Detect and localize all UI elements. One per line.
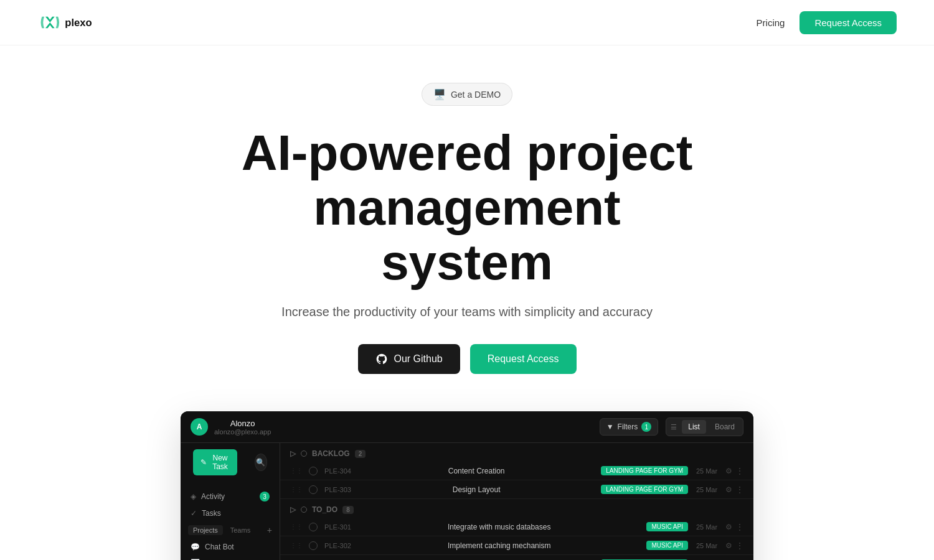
backlog-expand-icon: ▷ [290,449,296,458]
task-name-303: Design Layout [358,485,595,494]
task-name-302: Implement caching mechanism [358,541,640,550]
ss-header-left: A Alonzo alonzo@plexo.app [191,418,271,436]
hero-request-access-button[interactable]: Request Access [470,344,577,374]
backlog-count: 2 [355,450,366,458]
task-actions-303: ⚙ ⋮ [725,485,743,494]
task-settings-301[interactable]: ⚙ [725,523,732,531]
demo-badge-button[interactable]: 🖥️ Get a DEMO [422,83,512,106]
task-row-ple302: ⋮⋮ PLE-302 Implement caching mechanism M… [280,536,753,555]
demo-badge-icon: 🖥️ [433,88,446,100]
github-button[interactable]: Our Github [358,344,460,374]
task-row-ple303: ⋮⋮ PLE-303 Design Layout LANDING PAGE FO… [280,480,753,499]
new-task-label: New Task [210,454,230,471]
hero-buttons: Our Github Request Access [358,344,577,374]
todo-count: 8 [342,506,354,514]
drag-handle-304: ⋮⋮ [290,467,303,474]
ss-view-toggle: ☰ List Board [666,418,743,436]
task-more-301[interactable]: ⋮ [736,523,743,531]
backlog-section-circle [301,450,307,457]
task-more-304[interactable]: ⋮ [736,467,743,475]
task-settings-303[interactable]: ⚙ [725,485,732,494]
ss-projects-header: Projects Teams + [181,521,280,539]
hero-title: AI-powered project management system [187,126,747,290]
sidebar-project-chatbot[interactable]: 💬 Chat Bot [183,539,277,555]
task-status-302 [309,541,318,550]
task-actions-304: ⚙ ⋮ [725,467,743,475]
ss-user-info: Alonzo alonzo@plexo.app [214,419,271,436]
hero-subtitle: Increase the productivity of your teams … [281,305,653,319]
task-more-302[interactable]: ⋮ [736,541,743,550]
task-date-302: 25 Mar [694,542,719,549]
nav-right: Pricing Request Access [757,11,897,34]
ss-filter-button[interactable]: ▼ Filters 1 [600,418,659,436]
list-icon: ☰ [668,423,679,431]
todo-title: TO_DO [312,505,337,514]
task-settings-304[interactable]: ⚙ [725,467,732,475]
github-icon [375,353,388,365]
ss-new-task-button[interactable]: ✎ New Task [193,449,237,475]
task-date-303: 25 Mar [694,486,719,493]
ss-view-board[interactable]: Board [709,420,741,434]
task-id-301: PLE-301 [324,523,352,531]
hero-section: 🖥️ Get a DEMO AI-powered project managem… [0,45,934,560]
ss-body: ✎ New Task 🔍 ◈ Activity 3 ✓ Tasks [181,443,753,560]
ss-header: A Alonzo alonzo@plexo.app ▼ Filters 1 ☰ … [181,411,753,443]
tasks-icon: ✓ [191,509,197,518]
ss-avatar-letter: A [197,422,202,431]
ss-search-button[interactable]: 🔍 [255,454,267,471]
app-screenshot: A Alonzo alonzo@plexo.app ▼ Filters 1 ☰ … [181,411,753,560]
task-id-304: PLE-304 [324,467,352,475]
task-settings-302[interactable]: ⚙ [725,541,732,550]
ss-main-content: ▷ BACKLOG 2 ⋮⋮ PLE-304 Content Creation … [280,443,753,560]
sidebar-project-musicapi[interactable]: 📊 Music API [183,555,277,560]
task-actions-302: ⚙ ⋮ [725,541,743,550]
filter-count: 1 [641,422,651,432]
tab-teams[interactable]: Teams [225,525,255,535]
task-status-301 [309,523,318,531]
ss-projects-tabs: Projects Teams [188,525,255,535]
nav-request-access-button[interactable]: Request Access [800,11,897,34]
task-row-ple301: ⋮⋮ PLE-301 Integrate with music database… [280,518,753,536]
activity-icon: ◈ [191,492,196,501]
drag-handle-303: ⋮⋮ [290,486,303,493]
demo-badge-label: Get a DEMO [451,90,501,100]
logo-svg: plexo [37,10,112,35]
sidebar-chatbot-label: Chat Bot [205,543,234,551]
search-icon: 🔍 [256,458,265,467]
ss-top-actions: ✎ New Task 🔍 [181,449,280,488]
ss-view-list[interactable]: List [682,420,706,434]
todo-section-header: ▷ TO_DO 8 [280,499,753,518]
svg-text:plexo: plexo [65,17,92,29]
task-actions-301: ⚙ ⋮ [725,523,743,531]
task-name-301: Integrate with music databases [358,523,640,531]
sidebar-tasks-label: Tasks [202,509,221,518]
navbar: plexo Pricing Request Access [0,0,934,45]
task-status-304 [309,467,318,475]
task-row-ple305: ⋮⋮ PLE-305 Mobile Responsiveness LANDING… [280,555,753,560]
github-button-label: Our Github [394,353,443,365]
task-date-304: 25 Mar [694,467,719,475]
chatbot-icon: 💬 [191,543,200,551]
ss-username: Alonzo [214,419,271,428]
nav-pricing-link[interactable]: Pricing [757,17,785,28]
task-date-301: 25 Mar [694,523,719,531]
sidebar-item-tasks[interactable]: ✓ Tasks [183,505,277,521]
task-tag-301: MUSIC API [646,522,688,531]
hero-title-line2: system [381,235,553,290]
task-more-303[interactable]: ⋮ [736,485,743,494]
task-tag-303: LANDING PAGE FOR GYM [601,485,688,494]
filter-icon: ▼ [606,422,614,431]
backlog-title: BACKLOG [312,449,350,458]
sidebar-item-activity[interactable]: ◈ Activity 3 [183,488,277,505]
new-task-icon: ✎ [200,458,207,467]
task-tag-304: LANDING PAGE FOR GYM [601,466,688,475]
backlog-section-header: ▷ BACKLOG 2 [280,443,753,462]
task-name-304: Content Creation [358,467,595,475]
activity-badge: 3 [260,492,270,502]
task-id-302: PLE-302 [324,542,352,549]
ss-avatar: A [191,418,208,436]
ss-header-right: ▼ Filters 1 ☰ List Board [600,418,743,436]
tab-projects[interactable]: Projects [188,525,223,535]
add-project-icon[interactable]: + [267,525,272,535]
logo: plexo [37,10,112,35]
